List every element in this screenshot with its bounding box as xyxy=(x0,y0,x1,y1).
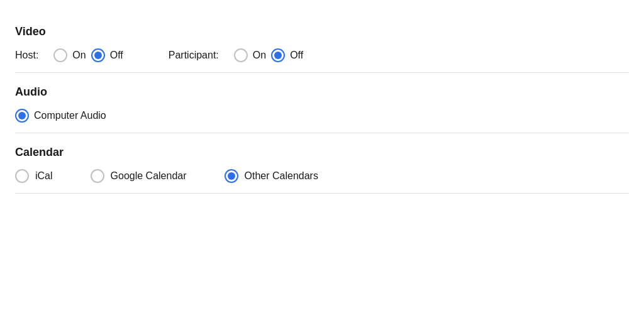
host-on-radio[interactable] xyxy=(53,48,67,62)
calendar-options-row: iCal Google Calendar Other Calendars xyxy=(15,169,629,183)
participant-off-option[interactable]: Off xyxy=(271,48,303,62)
host-on-label: On xyxy=(72,50,86,61)
calendar-bottom-divider xyxy=(15,193,629,194)
computer-audio-radio[interactable] xyxy=(15,109,29,123)
computer-audio-label: Computer Audio xyxy=(34,110,106,121)
host-off-label: Off xyxy=(110,50,123,61)
host-on-option[interactable]: On xyxy=(53,48,86,62)
video-options-row: Host: On Off Participant: On Off xyxy=(15,48,629,62)
ical-radio[interactable] xyxy=(15,169,29,183)
participant-off-label: Off xyxy=(290,50,303,61)
other-calendars-label: Other Calendars xyxy=(245,170,318,182)
participant-on-option[interactable]: On xyxy=(234,48,266,62)
audio-section: Audio Computer Audio xyxy=(15,73,629,133)
google-calendar-radio[interactable] xyxy=(91,169,104,183)
google-calendar-option[interactable]: Google Calendar xyxy=(91,169,187,183)
calendar-section-title: Calendar xyxy=(15,146,629,159)
video-section-title: Video xyxy=(15,25,629,38)
ical-label: iCal xyxy=(35,170,53,182)
other-calendars-option[interactable]: Other Calendars xyxy=(225,169,318,183)
audio-section-title: Audio xyxy=(15,86,629,99)
audio-options-row: Computer Audio xyxy=(15,109,629,123)
host-off-radio[interactable] xyxy=(91,48,105,62)
host-off-option[interactable]: Off xyxy=(91,48,123,62)
participant-label: Participant: xyxy=(169,50,219,61)
ical-option[interactable]: iCal xyxy=(15,169,53,183)
google-calendar-label: Google Calendar xyxy=(111,170,187,182)
video-section: Video Host: On Off Participant: On Off xyxy=(15,13,629,72)
host-label: Host: xyxy=(15,50,38,61)
computer-audio-option[interactable]: Computer Audio xyxy=(15,109,106,123)
calendar-section: Calendar iCal Google Calendar Other Cale… xyxy=(15,133,629,193)
participant-on-label: On xyxy=(253,50,266,61)
participant-off-radio[interactable] xyxy=(271,48,285,62)
other-calendars-radio[interactable] xyxy=(225,169,238,183)
participant-on-radio[interactable] xyxy=(234,48,248,62)
